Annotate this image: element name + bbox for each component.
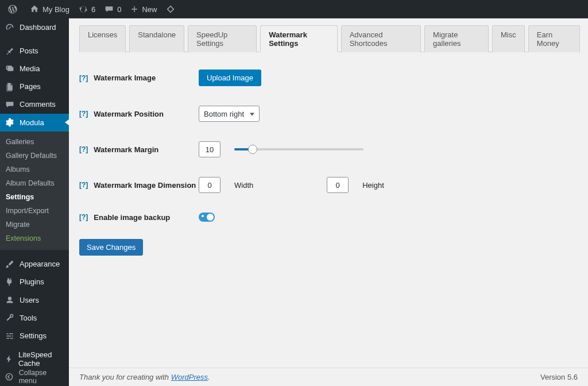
comments-count: 0 (117, 5, 121, 14)
watermark-form: [?] Watermark Image Upload Image [?] Wat… (79, 64, 580, 256)
sidebar-item-litespeed[interactable]: LiteSpeed Cache (0, 350, 69, 368)
field-label: Watermark Image Dimension (94, 181, 196, 190)
help-link[interactable]: [?] (79, 74, 88, 82)
row-image-backup: [?] Enable image backup (79, 207, 580, 236)
submenu-item-settings[interactable]: Settings (0, 190, 69, 204)
submenu-item-import-export[interactable]: Import/Export (0, 204, 69, 218)
sidebar-item-label: Media (20, 64, 40, 73)
sidebar-item-plugins[interactable]: Plugins (0, 273, 69, 291)
position-value: Bottom right (204, 110, 244, 118)
sidebar-item-comments[interactable]: Comments (0, 95, 69, 113)
home-icon (30, 5, 39, 14)
sidebar-item-label: Plugins (20, 277, 44, 286)
updates-count: 6 (91, 5, 95, 14)
height-label: Height (362, 181, 384, 190)
slider-thumb[interactable] (248, 145, 257, 154)
row-watermark-dimension: [?] Watermark Image Dimension Width Heig… (79, 171, 580, 207)
sidebar-item-modula[interactable]: Modula (0, 114, 69, 132)
position-select[interactable]: Bottom right (199, 106, 260, 122)
margin-slider[interactable] (234, 144, 363, 155)
svg-point-0 (6, 374, 13, 380)
comments-link[interactable]: 0 (100, 0, 126, 18)
field-label: Watermark Image (94, 74, 156, 82)
tab-earn[interactable]: Earn Money (528, 25, 580, 52)
sidebar-item-label: Dashboard (20, 23, 56, 32)
submenu-item-galleries[interactable]: Galleries (0, 135, 69, 149)
tab-licenses[interactable]: Licenses (79, 25, 126, 52)
refresh-icon (79, 5, 88, 14)
user-icon (5, 295, 15, 304)
backup-toggle[interactable] (199, 213, 215, 222)
field-label: Watermark Position (94, 110, 164, 118)
brush-icon (5, 260, 15, 269)
help-link[interactable]: [?] (79, 110, 88, 118)
admin-footer: Thank you for creating with WordPress. V… (69, 368, 588, 386)
tab-misc[interactable]: Misc (492, 25, 525, 52)
collapse-label: Collapse menu (19, 369, 63, 385)
sidebar-item-label: Appearance (20, 260, 60, 268)
sidebar-item-label: LiteSpeed Cache (18, 350, 63, 368)
tab-speedup[interactable]: SpeedUp Settings (188, 25, 257, 52)
sidebar-item-posts[interactable]: Posts (0, 41, 69, 59)
new-content-link[interactable]: New (126, 0, 161, 18)
submenu-item-migrate[interactable]: Migrate (0, 218, 69, 231)
tab-standalone[interactable]: Standalone (129, 25, 184, 52)
height-input[interactable] (327, 177, 349, 193)
save-button[interactable]: Save Changes (79, 239, 143, 256)
toggle-tick-icon (202, 215, 204, 217)
tab-migrate[interactable]: Migrate galleries (424, 25, 489, 52)
site-name-link[interactable]: My Blog (25, 0, 74, 18)
sidebar-item-tools[interactable]: Tools (0, 309, 69, 327)
updates-link[interactable]: 6 (74, 0, 100, 18)
gear-icon (5, 118, 15, 127)
sidebar-item-label: Pages (20, 82, 41, 91)
width-input[interactable] (199, 177, 220, 193)
sidebar-item-dashboard[interactable]: Dashboard (0, 18, 69, 36)
help-link[interactable]: [?] (79, 145, 88, 153)
submenu-item-album-defaults[interactable]: Album Defaults (0, 176, 69, 190)
sidebar-item-users[interactable]: Users (0, 291, 69, 309)
main-content: Licenses Standalone SpeedUp Settings Wat… (69, 18, 588, 386)
media-icon (5, 64, 15, 73)
sidebar-item-label: Modula (20, 118, 44, 127)
dashboard-icon (5, 23, 15, 32)
tab-watermark[interactable]: Watermark Settings (260, 25, 338, 52)
upload-image-button[interactable]: Upload Image (199, 70, 261, 86)
modula-submenu: Galleries Gallery Defaults Albums Album … (0, 132, 69, 250)
footer-thanks-suffix: . (208, 373, 210, 381)
sidebar-item-label: Comments (20, 100, 56, 109)
comment-icon (5, 100, 15, 109)
sidebar-item-label: Users (20, 296, 39, 304)
sidebar-item-appearance[interactable]: Appearance (0, 255, 69, 273)
submenu-item-gallery-defaults[interactable]: Gallery Defaults (0, 149, 69, 163)
pages-icon (5, 82, 15, 91)
site-name-text: My Blog (42, 5, 69, 14)
submenu-item-albums[interactable]: Albums (0, 163, 69, 176)
footer-thanks-prefix: Thank you for creating with (79, 373, 171, 381)
collapse-icon (5, 373, 14, 381)
row-save: Save Changes (79, 239, 580, 256)
sidebar-item-label: Tools (20, 314, 37, 322)
footer-wordpress-link[interactable]: WordPress (171, 373, 208, 381)
sidebar-item-settings[interactable]: Settings (0, 327, 69, 345)
wordpress-icon (8, 5, 17, 14)
cache-indicator[interactable] (161, 0, 183, 18)
wp-logo[interactable] (3, 0, 25, 18)
comment-icon (105, 5, 114, 14)
pin-icon (5, 46, 15, 55)
collapse-menu-button[interactable]: Collapse menu (0, 368, 69, 386)
help-link[interactable]: [?] (79, 181, 88, 189)
sidebar-item-pages[interactable]: Pages (0, 78, 69, 95)
footer-version: Version 5.6 (540, 373, 578, 381)
margin-input[interactable] (199, 141, 220, 157)
submenu-item-extensions[interactable]: Extensions (0, 231, 69, 245)
bolt-icon (5, 354, 14, 364)
field-label: Watermark Margin (94, 145, 158, 154)
help-link[interactable]: [?] (79, 213, 88, 221)
admin-sidebar: Dashboard Posts Media Pages Commen (0, 18, 69, 386)
settings-tabs: Licenses Standalone SpeedUp Settings Wat… (79, 25, 580, 52)
sliders-icon (5, 331, 15, 341)
plug-icon (5, 277, 15, 287)
sidebar-item-media[interactable]: Media (0, 60, 69, 78)
tab-shortcodes[interactable]: Advanced Shortcodes (341, 25, 421, 52)
